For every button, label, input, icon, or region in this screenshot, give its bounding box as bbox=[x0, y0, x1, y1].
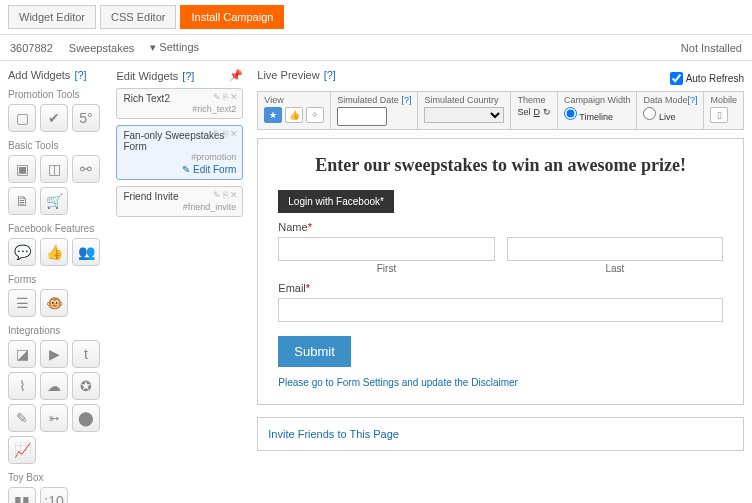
tab-install-campaign[interactable]: Install Campaign bbox=[180, 5, 284, 29]
view-like-icon[interactable]: 👍 bbox=[285, 107, 303, 123]
grid-icon[interactable]: ◫ bbox=[40, 155, 68, 183]
widget-friend-invite[interactable]: ✎⎘✕ Friend Invite #friend_invite bbox=[116, 186, 243, 217]
comment-icon[interactable]: 💬 bbox=[8, 238, 36, 266]
sim-country-select[interactable] bbox=[424, 107, 504, 123]
disclaimer-link[interactable]: Please go to Form Settings and update th… bbox=[278, 377, 723, 388]
widget-action-icon[interactable]: ⎘ bbox=[223, 190, 228, 200]
name-label: Name* bbox=[278, 221, 723, 233]
theme-label: Theme bbox=[517, 95, 551, 105]
tab-widget-editor[interactable]: Widget Editor bbox=[8, 5, 96, 29]
data-mode-help[interactable]: [?] bbox=[687, 95, 697, 105]
sim-country-label: Simulated Country bbox=[424, 95, 504, 105]
widget-action-icon[interactable]: ✕ bbox=[230, 129, 238, 139]
edit-form-link[interactable]: ✎ Edit Form bbox=[123, 164, 236, 175]
view-label: View bbox=[264, 95, 324, 105]
settings-link[interactable]: ▾ Settings bbox=[150, 41, 199, 54]
campaign-id: 3607882 bbox=[10, 42, 53, 54]
chart-icon[interactable]: 📈 bbox=[8, 436, 36, 464]
edit-widgets-help[interactable]: [?] bbox=[182, 70, 194, 82]
cat-toybox: Toy Box bbox=[8, 472, 102, 483]
sim-date-label: Simulated Date bbox=[337, 95, 399, 105]
form-icon[interactable]: ☰ bbox=[8, 289, 36, 317]
share-icon[interactable]: 👥 bbox=[72, 238, 100, 266]
link-icon[interactable]: ⚯ bbox=[72, 155, 100, 183]
email-input[interactable] bbox=[278, 298, 723, 322]
pin-icon[interactable]: 📌 bbox=[229, 69, 243, 82]
widget-action-icon[interactable]: ⎘ bbox=[223, 92, 228, 102]
first-sublabel: First bbox=[278, 263, 494, 274]
edit-widgets-title: Edit Widgets bbox=[116, 70, 178, 82]
widget-action-icon[interactable]: ✎ bbox=[213, 92, 221, 102]
submit-button[interactable]: Submit bbox=[278, 336, 350, 367]
preview-canvas: Enter our sweepstakes to win an awesome … bbox=[257, 138, 744, 405]
preview-toolbar: View ★ 👍 ✧ Simulated Date [?] Simulated … bbox=[257, 91, 744, 130]
bars-icon[interactable]: ▮▮ bbox=[8, 487, 36, 503]
check-icon[interactable]: ✔ bbox=[40, 104, 68, 132]
widget-action-icon[interactable]: ⎘ bbox=[223, 129, 228, 139]
email-label: Email* bbox=[278, 282, 723, 294]
widget-sweepstakes-form[interactable]: ✎⎘✕ Fan-only Sweepstakes Form #promotion… bbox=[116, 125, 243, 180]
view-other-icon[interactable]: ✧ bbox=[306, 107, 324, 123]
mobile-icon[interactable]: ▯ bbox=[710, 107, 728, 123]
auto-refresh-checkbox[interactable] bbox=[670, 72, 683, 85]
like-icon[interactable]: 👍 bbox=[40, 238, 68, 266]
widget-action-icon[interactable]: ✕ bbox=[230, 190, 238, 200]
add-widgets-help[interactable]: [?] bbox=[74, 69, 86, 81]
image-icon[interactable]: ▣ bbox=[8, 155, 36, 183]
mobile-label: Mobile bbox=[710, 95, 737, 105]
last-name-input[interactable] bbox=[507, 237, 723, 261]
doc-icon[interactable]: 🗎 bbox=[8, 187, 36, 215]
mailchimp-icon[interactable]: 🐵 bbox=[40, 289, 68, 317]
integration3-icon[interactable]: ➳ bbox=[40, 404, 68, 432]
widget-action-icon[interactable]: ✎ bbox=[213, 190, 221, 200]
width-label: Campaign Width bbox=[564, 95, 631, 105]
counter-icon[interactable]: :10 bbox=[40, 487, 68, 503]
data-mode-label: Data Mode bbox=[643, 95, 687, 105]
live-preview-help[interactable]: [?] bbox=[324, 69, 336, 81]
cat-basic: Basic Tools bbox=[8, 140, 102, 151]
invite-friends-link[interactable]: Invite Friends to This Page bbox=[257, 417, 744, 451]
play-icon[interactable]: ▶ bbox=[40, 340, 68, 368]
promo-tool-icon[interactable]: ▢ bbox=[8, 104, 36, 132]
campaign-type: Sweepstakes bbox=[69, 42, 134, 54]
sim-date-input[interactable] bbox=[337, 107, 387, 126]
add-widgets-title: Add Widgets bbox=[8, 69, 70, 81]
refresh-icon[interactable]: ↻ bbox=[543, 107, 551, 117]
twitter-icon[interactable]: t bbox=[72, 340, 100, 368]
widget-action-icon[interactable]: ✎ bbox=[213, 129, 221, 139]
last-sublabel: Last bbox=[507, 263, 723, 274]
map-pin-icon[interactable]: ⬤ bbox=[72, 404, 100, 432]
sim-date-help[interactable]: [?] bbox=[401, 95, 411, 105]
tab-css-editor[interactable]: CSS Editor bbox=[100, 5, 176, 29]
view-fan-icon[interactable]: ★ bbox=[264, 107, 282, 123]
live-radio[interactable]: Live bbox=[643, 107, 675, 122]
soundcloud-icon[interactable]: ☁ bbox=[40, 372, 68, 400]
sweepstakes-heading: Enter our sweepstakes to win an awesome … bbox=[278, 155, 723, 176]
five-icon[interactable]: 5° bbox=[72, 104, 100, 132]
install-status: Not Installed bbox=[681, 42, 742, 54]
widget-action-icon[interactable]: ✕ bbox=[230, 92, 238, 102]
integration2-icon[interactable]: ✎ bbox=[8, 404, 36, 432]
cat-forms: Forms bbox=[8, 274, 102, 285]
first-name-input[interactable] bbox=[278, 237, 494, 261]
widget-rich-text[interactable]: ✎⎘✕ Rich Text2 #rich_text2 bbox=[116, 88, 243, 119]
timeline-radio[interactable]: Timeline bbox=[564, 107, 613, 122]
live-preview-title: Live Preview bbox=[257, 69, 319, 81]
cat-promotion: Promotion Tools bbox=[8, 89, 102, 100]
rss-icon[interactable]: ⌇ bbox=[8, 372, 36, 400]
instagram-icon[interactable]: ◪ bbox=[8, 340, 36, 368]
login-facebook-button[interactable]: Login with Facebook* bbox=[278, 190, 394, 213]
cat-integrations: Integrations bbox=[8, 325, 102, 336]
cart-icon[interactable]: 🛒 bbox=[40, 187, 68, 215]
auto-refresh-toggle[interactable]: Auto Refresh bbox=[670, 72, 744, 85]
cat-facebook: Facebook Features bbox=[8, 223, 102, 234]
integration-icon[interactable]: ✪ bbox=[72, 372, 100, 400]
theme-sel[interactable]: Sel bbox=[517, 107, 530, 117]
